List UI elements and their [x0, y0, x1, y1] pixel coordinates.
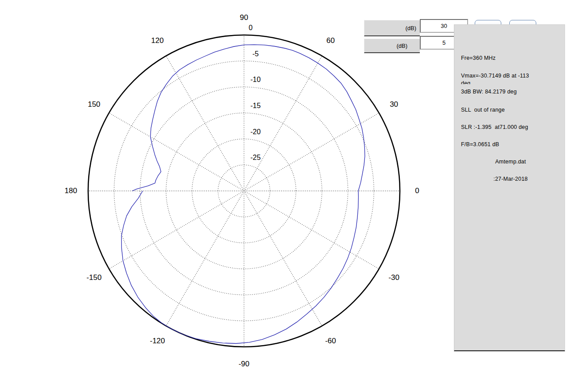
angle-label-0: 0 — [415, 186, 419, 195]
grid-spoke-30 — [244, 113, 379, 191]
radial-label--20: -20 — [250, 128, 260, 136]
grid-spoke--60 — [244, 191, 322, 326]
angle-label-90: 90 — [240, 13, 248, 22]
step-db-label-text: (dB) — [396, 43, 407, 49]
data-date: :27-Mar-2018 — [461, 176, 560, 182]
range-db-label-text: (dB) — [405, 25, 416, 31]
angle-label-150: 150 — [88, 100, 100, 109]
angle-label--150: -150 — [86, 273, 101, 282]
beamwidth-readout: 3dB BW: 84.2179 deg — [461, 89, 560, 95]
angle-label--120: -120 — [150, 337, 165, 345]
radial-label--10: -10 — [250, 76, 260, 84]
data-filename: Amtemp.dat — [461, 159, 560, 165]
slr-readout: SLR :-1.395 at71.000 deg — [461, 124, 560, 130]
angle-label-180: 180 — [65, 186, 77, 195]
vmax-readout: Vmax=-30.7149 dB at -113 — [461, 73, 560, 79]
grid-spoke--120 — [166, 191, 244, 326]
radial-label--5: -5 — [252, 50, 259, 58]
grid-spoke--150 — [109, 191, 244, 269]
app-window: 0306090120150180-150-120-90-60-300-5-10-… — [0, 0, 581, 392]
radial-label-0: 0 — [249, 24, 253, 32]
angle-label--90: -90 — [239, 360, 250, 369]
sll-readout: SLL out of range — [461, 107, 560, 113]
radial-label--15: -15 — [250, 102, 260, 110]
angle-label--30: -30 — [388, 273, 399, 282]
grid-spoke--30 — [244, 191, 379, 269]
vmax-readout-wrapped-unit: deg — [461, 80, 560, 84]
angle-label-120: 120 — [151, 36, 163, 45]
grid-spoke-150 — [109, 113, 244, 191]
frequency-readout: Fre=360 MHz — [461, 55, 560, 61]
angle-label-30: 30 — [390, 100, 398, 109]
step-db-label: (dB) — [364, 39, 420, 53]
series-radiation-pattern — [121, 45, 365, 344]
readout-panel: Fre=360 MHz Vmax=-30.7149 dB at -113 deg… — [454, 24, 565, 351]
range-db-label: (dB) — [364, 20, 420, 36]
front-to-back-readout: F/B=3.0651 dB — [461, 141, 560, 147]
grid-spoke-120 — [166, 56, 244, 191]
radial-label--25: -25 — [250, 154, 260, 162]
angle-label-60: 60 — [326, 36, 335, 45]
angle-label--60: -60 — [325, 337, 336, 345]
